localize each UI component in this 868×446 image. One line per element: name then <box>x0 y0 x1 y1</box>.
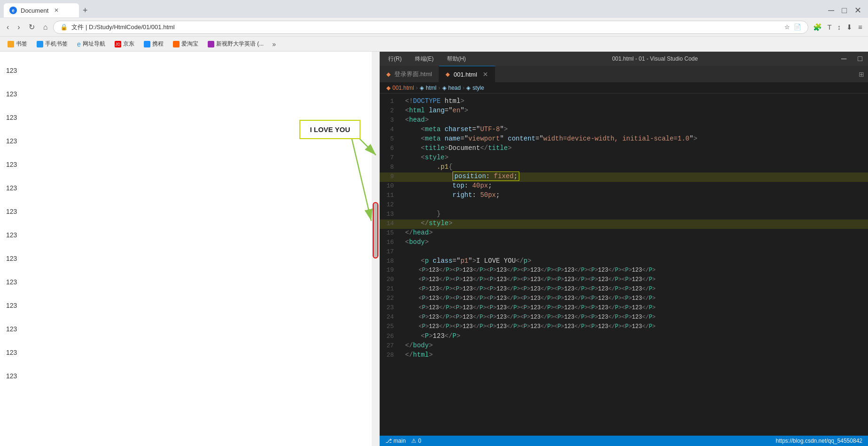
page-num-9: 123 <box>2 247 16 270</box>
download-button[interactable]: ⬇ <box>845 21 854 33</box>
new-tab-button[interactable]: + <box>79 6 92 16</box>
tab-close-icon[interactable]: ✕ <box>483 70 488 78</box>
refresh-button[interactable]: ↻ <box>26 21 38 33</box>
breadcrumb-style[interactable]: ◈ style <box>466 85 484 91</box>
code-line-23: 23 <P>123</P><P>123</P><P>123</P><P>123<… <box>380 304 868 313</box>
taobao-icon <box>173 41 180 47</box>
scrollbar-thumb[interactable] <box>373 202 378 258</box>
code-line-11: 11 right: 50px; <box>380 191 868 201</box>
bookmark-ctrip[interactable]: 携程 <box>140 39 167 49</box>
code-line-10: 10 top: 40px; <box>380 182 868 191</box>
bookmark-bookmarks[interactable]: 书签 <box>4 39 31 49</box>
breadcrumb-html[interactable]: ◈ html <box>420 85 437 91</box>
svg-line-3 <box>350 132 371 221</box>
page-num-5: 123 <box>2 153 16 176</box>
bookmark-nav[interactable]: e 网址导航 <box>73 39 109 49</box>
vscode-editor[interactable]: 1 <!DOCTYPE html> 2 <html lang="en"> 3 <… <box>380 94 868 436</box>
code-line-16: 16 <body> <box>380 238 868 248</box>
breadcrumb-sep-1: › <box>416 85 418 91</box>
html-file-icon-2: ◆ <box>446 71 450 78</box>
bookmark-icon <box>8 41 14 47</box>
translate-button[interactable]: T <box>826 21 834 33</box>
breadcrumb-file[interactable]: ◆ 001.html <box>386 85 414 91</box>
statusbar-right: https://blog.csdn.net/qq_54550842 <box>776 438 862 444</box>
code-line-1: 1 <!DOCTYPE html> <box>380 97 868 107</box>
statusbar-branch[interactable]: ⎇ main <box>385 438 406 444</box>
vscode-menu-terminal[interactable]: 终端(E) <box>412 55 437 63</box>
ctrip-icon <box>144 41 150 47</box>
code-line-18: 18 <p class="p1">I LOVE YOU</p> <box>380 257 868 266</box>
page-num-8: 123 <box>2 223 16 247</box>
tab-favicon: e <box>9 7 17 14</box>
html-file-icon: ◆ <box>386 71 391 78</box>
security-icon: 🔒 <box>60 23 68 31</box>
tab-bar: e Document ✕ + ─ □ ✕ <box>0 0 868 18</box>
page-num-12: 123 <box>2 317 16 341</box>
address-bar[interactable]: 🔒 文件 | D:/Study/HtmlCode/01/001.html ☆ 📄 <box>53 21 808 34</box>
highlight-position: position: fixed; <box>453 172 519 181</box>
html-icon: ◈ <box>420 85 424 91</box>
back-button[interactable]: ‹ <box>4 21 12 33</box>
extensions-button[interactable]: 🧩 <box>811 21 824 33</box>
vscode-tab-login[interactable]: ◆ 登录界面.html <box>380 66 439 82</box>
tab-label-001: 001.html <box>454 71 477 78</box>
bookmark-mobile[interactable]: 手机书签 <box>33 39 71 49</box>
code-line-17: 17 <box>380 248 868 257</box>
vscode-titlebar: 行(R) 终端(E) 帮助(H) 001.html - 01 - Visual … <box>380 52 868 66</box>
vscode-tabs: ◆ 登录界面.html ◆ 001.html ✕ ⊞ <box>380 66 868 82</box>
code-line-25: 25 <P>123</P><P>123</P><P>123</P><P>123<… <box>380 323 868 332</box>
tab-label-login: 登录界面.html <box>394 70 432 78</box>
bookmark-icon-mobile <box>37 41 43 47</box>
page-num-2: 123 <box>2 82 16 106</box>
code-line-8: 8 .p1{ <box>380 163 868 172</box>
vscode-minimize[interactable]: ─ <box>841 55 846 63</box>
bookmarks-more-button[interactable]: » <box>269 39 279 49</box>
bookmark-english[interactable]: 新视野大学英语 (... <box>204 39 267 49</box>
code-line-4: 4 <meta charset="UTF-8"> <box>380 125 868 135</box>
browser-chrome: e Document ✕ + ─ □ ✕ ‹ › ↻ ⌂ 🔒 文件 | D:/S… <box>0 0 868 52</box>
english-icon <box>208 41 214 47</box>
vscode-menu-help[interactable]: 帮助(H) <box>444 55 469 63</box>
floating-text: I LOVE YOU <box>310 125 350 133</box>
breadcrumb-head[interactable]: ◈ head <box>442 85 461 91</box>
vscode-maximize[interactable]: □ <box>858 55 862 63</box>
statusbar-url: https://blog.csdn.net/qq_54550842 <box>776 438 862 444</box>
page-num-14: 123 <box>2 364 16 388</box>
minimize-button[interactable]: ─ <box>825 6 837 16</box>
page-num-6: 123 <box>2 176 16 200</box>
bookmark-taobao[interactable]: 爱淘宝 <box>169 39 202 49</box>
breadcrumb-sep-3: › <box>462 85 464 91</box>
menu-button[interactable]: ≡ <box>856 21 864 33</box>
home-button[interactable]: ⌂ <box>40 21 51 33</box>
code-line-5: 5 <meta name="viewport" content="width=d… <box>380 135 868 144</box>
jd-icon: JD <box>115 41 121 47</box>
tab-title: Document <box>21 7 48 14</box>
vscode-tab-001[interactable]: ◆ 001.html ✕ <box>439 66 495 82</box>
nav-icons: 🧩 T ↕ ⬇ ≡ <box>811 21 864 33</box>
browser-tab-active[interactable]: e Document ✕ <box>4 3 79 17</box>
code-line-21: 21 <P>123</P><P>123</P><P>123</P><P>123<… <box>380 285 868 295</box>
file-icon: ◆ <box>386 85 391 91</box>
address-text: 文件 | D:/Study/HtmlCode/01/001.html <box>71 23 780 31</box>
vscode-menu-run[interactable]: 行(R) <box>385 55 405 63</box>
sync-button[interactable]: ↕ <box>836 21 843 33</box>
code-line-20: 20 <P>123</P><P>123</P><P>123</P><P>123<… <box>380 276 868 285</box>
tab-close-btn[interactable]: ✕ <box>54 7 59 14</box>
vscode-panel: 行(R) 终端(E) 帮助(H) 001.html - 01 - Visual … <box>380 52 868 446</box>
forward-button[interactable]: › <box>15 21 23 33</box>
browser-viewport: 123 123 123 123 123 123 123 123 123 123 … <box>0 52 380 446</box>
nav-icon: e <box>77 40 81 48</box>
bookmark-jd[interactable]: JD 京东 <box>111 39 138 49</box>
close-window-button[interactable]: ✕ <box>852 5 864 16</box>
code-line-24: 24 <P>123</P><P>123</P><P>123</P><P>123<… <box>380 313 868 323</box>
maximize-button[interactable]: □ <box>839 6 850 16</box>
scrollbar-track <box>372 52 379 446</box>
page-numbers: 123 123 123 123 123 123 123 123 123 123 … <box>0 52 19 446</box>
bookmarks-bar: 书签 手机书签 e 网址导航 JD 京东 携程 爱淘宝 新视野大学英语 (...… <box>0 37 868 52</box>
vscode-breadcrumb: ◆ 001.html › ◈ html › ◈ head › ◈ style <box>380 82 868 94</box>
split-editor-button[interactable]: ⊞ <box>855 70 868 78</box>
vscode-title: 001.html - 01 - Visual Studio Code <box>476 55 834 62</box>
statusbar-errors[interactable]: ⚠ 0 <box>411 438 421 444</box>
code-line-26: 26 <P>123</P> <box>380 332 868 342</box>
page-num-10: 123 <box>2 270 16 294</box>
